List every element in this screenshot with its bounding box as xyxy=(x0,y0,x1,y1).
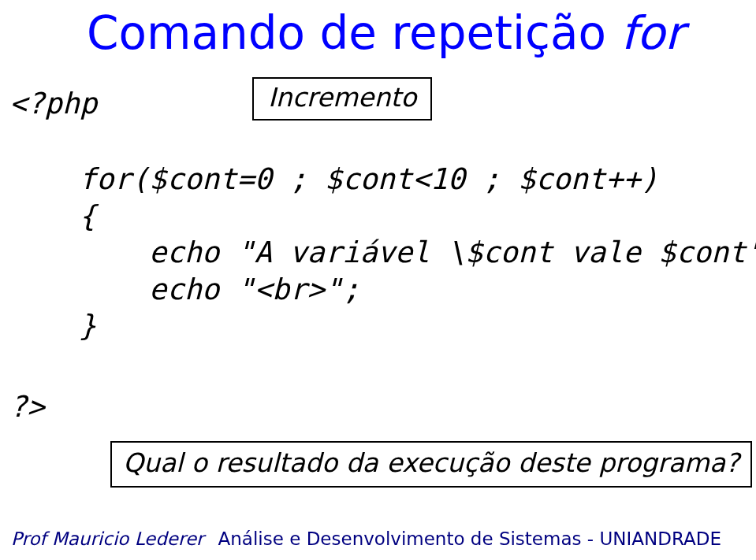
footer: Prof Mauricio LedererAnálise e Desenvolv… xyxy=(11,528,721,549)
title-prefix: Comando de repetição xyxy=(87,6,620,60)
php-open-tag: <?php xyxy=(9,87,97,121)
footer-credit: Análise e Desenvolvimento de Sistemas - … xyxy=(218,528,721,549)
code-line-3: echo "A variável \$cont vale $cont"; xyxy=(79,235,756,269)
code-line-4: echo "<br>"; xyxy=(79,273,359,306)
incremento-label: Incremento xyxy=(268,82,416,113)
incremento-box: Incremento xyxy=(252,77,432,121)
slide-title: Comando de repetição for xyxy=(87,6,683,60)
code-line-2: { xyxy=(79,199,96,233)
code-line-5: } xyxy=(79,309,96,343)
code-block: for($cont=0 ; $cont<10 ; $cont++) { echo… xyxy=(79,161,756,345)
code-line-1: for($cont=0 ; $cont<10 ; $cont++) xyxy=(79,162,658,196)
question-box: Qual o resultado da execução deste progr… xyxy=(110,441,752,488)
php-close-tag: ?> xyxy=(9,390,45,424)
slide: Comando de repetição for <?php Increment… xyxy=(0,0,756,560)
question-text: Qual o resultado da execução deste progr… xyxy=(123,447,739,478)
footer-author: Prof Mauricio Lederer xyxy=(11,528,204,549)
title-keyword: for xyxy=(620,6,683,60)
